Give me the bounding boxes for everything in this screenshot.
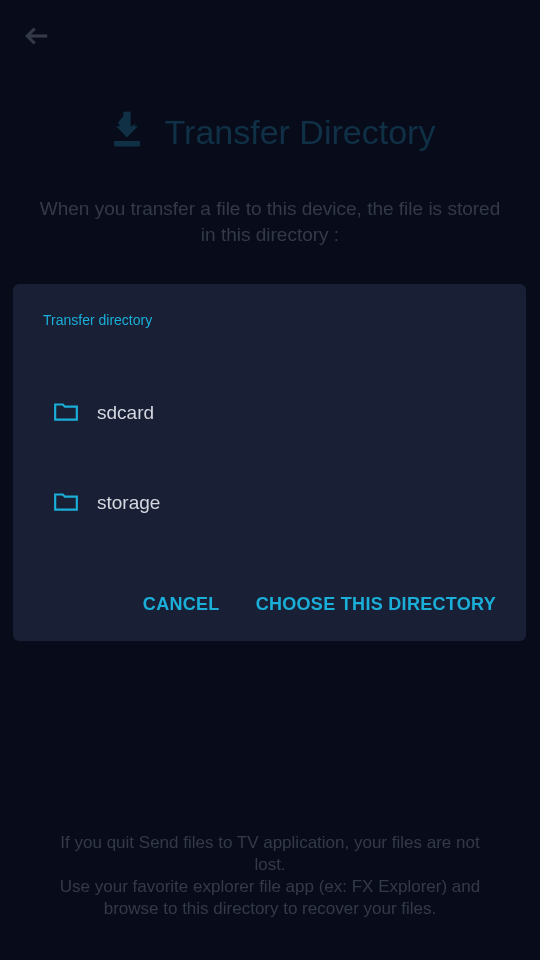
dialog-title: Transfer directory [13,312,526,368]
choose-directory-button[interactable]: CHOOSE THIS DIRECTORY [256,594,496,615]
dialog-overlay: Transfer directory sdcard storage CANCEL… [0,0,540,960]
transfer-directory-dialog: Transfer directory sdcard storage CANCEL… [13,284,526,641]
folder-icon [53,400,79,426]
folder-label: sdcard [97,402,154,424]
folder-item-storage[interactable]: storage [13,458,526,548]
cancel-button[interactable]: CANCEL [143,594,220,615]
folder-item-sdcard[interactable]: sdcard [13,368,526,458]
folder-label: storage [97,492,160,514]
dialog-actions: CANCEL CHOOSE THIS DIRECTORY [13,568,526,641]
folder-icon [53,490,79,516]
